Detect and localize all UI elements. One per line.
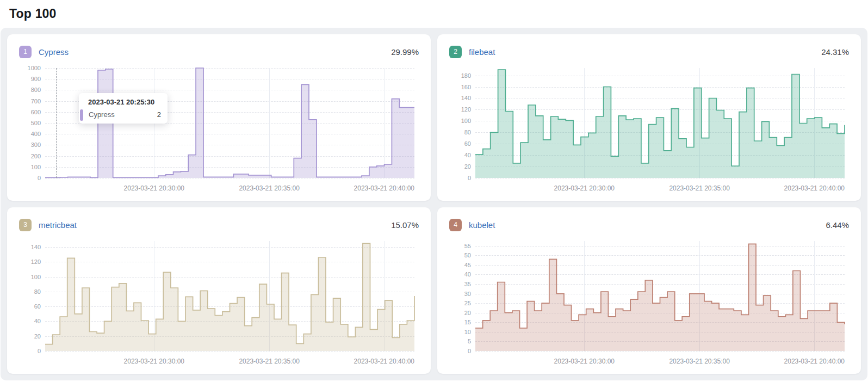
kubelet-chart[interactable]: 05101520253035404550552023-03-21 20:30:0…	[449, 238, 849, 365]
y-tick-label: 0	[449, 348, 471, 354]
gridline-horizontal	[45, 178, 414, 178]
panel-grid: 1 Cypress 29.99% 2023-03-21 20:25:30 Cyp…	[7, 34, 861, 374]
x-tick-label: 2023-03-21 20:40:00	[784, 184, 845, 192]
y-tick-label: 800	[19, 87, 41, 93]
series-link-cypress[interactable]: Cypress	[39, 47, 69, 57]
y-tick-label: 600	[19, 109, 41, 115]
gridline-horizontal	[475, 351, 845, 352]
plot-area	[475, 241, 845, 351]
y-tick-label: 160	[449, 84, 471, 90]
y-tick-label: 0	[449, 175, 471, 181]
y-tick-label: 60	[449, 140, 471, 147]
rank-badge: 1	[19, 46, 32, 58]
y-tick-label: 120	[19, 258, 41, 265]
filebeat-chart[interactable]: 0204060801001201401601802023-03-21 20:30…	[449, 65, 849, 192]
series-area	[45, 243, 414, 351]
y-tick-label: 40	[449, 152, 471, 158]
y-tick-label: 20	[449, 163, 471, 170]
share-percent: 29.99%	[391, 47, 419, 57]
panel-header: 3 metricbeat 15.07%	[19, 218, 419, 232]
panel-cypress: 1 Cypress 29.99% 2023-03-21 20:25:30 Cyp…	[7, 34, 431, 201]
dashboard-content: 1 Cypress 29.99% 2023-03-21 20:25:30 Cyp…	[1, 28, 867, 380]
plot-area	[475, 68, 845, 178]
series-link-filebeat[interactable]: filebeat	[469, 47, 495, 57]
x-tick-label: 2023-03-21 20:30:00	[124, 184, 184, 192]
y-tick-label: 60	[19, 303, 41, 310]
y-tick-label: 80	[19, 288, 41, 295]
x-tick-label: 2023-03-21 20:35:00	[669, 358, 729, 365]
share-percent: 24.31%	[821, 47, 849, 57]
y-tick-label: 55	[449, 243, 471, 249]
series-link-kubelet[interactable]: kubelet	[469, 220, 495, 230]
y-tick-label: 500	[19, 120, 41, 126]
y-tick-label: 300	[19, 141, 41, 148]
y-tick-label: 700	[19, 98, 41, 104]
y-tick-label: 1000	[19, 65, 41, 71]
tooltip-series-value: 2	[157, 110, 161, 119]
gridline-horizontal	[475, 178, 845, 178]
page-title: Top 100	[0, 0, 868, 28]
x-tick-label: 2023-03-21 20:35:00	[239, 184, 299, 192]
y-tick-label: 45	[449, 262, 471, 268]
panel-header: 1 Cypress 29.99%	[19, 45, 419, 59]
series-color-marker	[80, 109, 83, 121]
x-tick-label: 2023-03-21 20:30:00	[124, 358, 184, 365]
plot-area	[45, 241, 414, 351]
y-tick-label: 140	[19, 244, 41, 250]
y-tick-label: 5	[449, 338, 471, 344]
gridline-horizontal	[45, 351, 414, 352]
series-svg	[475, 68, 845, 178]
y-tick-label: 25	[449, 300, 471, 306]
tooltip-row: Cypress 2	[86, 110, 161, 119]
y-tick-label: 100	[19, 164, 41, 170]
y-tick-label: 40	[449, 271, 471, 278]
y-tick-label: 50	[449, 252, 471, 258]
y-tick-label: 35	[449, 281, 471, 287]
series-area	[475, 70, 845, 178]
y-tick-label: 10	[449, 329, 471, 335]
series-link-metricbeat[interactable]: metricbeat	[39, 220, 77, 230]
y-tick-label: 100	[19, 274, 41, 280]
y-tick-label: 30	[449, 291, 471, 297]
y-tick-label: 100	[449, 118, 471, 124]
tooltip-timestamp: 2023-03-21 20:25:30	[86, 98, 161, 106]
panel-header: 4 kubelet 6.44%	[449, 218, 849, 232]
y-tick-label: 20	[449, 310, 471, 316]
tooltip-series-name: Cypress	[86, 110, 115, 119]
panel-header: 2 filebeat 24.31%	[449, 45, 849, 59]
y-tick-label: 400	[19, 131, 41, 137]
series-svg	[45, 241, 414, 351]
y-tick-label: 40	[19, 318, 41, 324]
y-tick-label: 200	[19, 153, 41, 159]
panel-filebeat: 2 filebeat 24.31% 0204060801001201401601…	[437, 34, 861, 201]
share-percent: 6.44%	[826, 220, 849, 230]
chart-tooltip: 2023-03-21 20:25:30 Cypress 2	[79, 93, 168, 124]
panel-kubelet: 4 kubelet 6.44% 051015202530354045505520…	[437, 207, 861, 374]
x-tick-label: 2023-03-21 20:30:00	[554, 358, 615, 365]
y-tick-label: 20	[19, 333, 41, 340]
x-tick-label: 2023-03-21 20:40:00	[784, 358, 845, 365]
panel-metricbeat: 3 metricbeat 15.07% 02040608010012014020…	[7, 207, 431, 374]
y-tick-label: 0	[19, 175, 41, 181]
metricbeat-chart[interactable]: 0204060801001201402023-03-21 20:30:00202…	[19, 238, 419, 365]
cypress-chart[interactable]: 2023-03-21 20:25:30 Cypress 2 0100200300…	[19, 65, 419, 192]
y-tick-label: 80	[449, 129, 471, 136]
series-svg	[475, 241, 845, 351]
rank-badge: 4	[449, 219, 462, 231]
x-tick-label: 2023-03-21 20:35:00	[669, 184, 729, 192]
x-tick-label: 2023-03-21 20:40:00	[354, 358, 414, 365]
y-tick-label: 180	[449, 72, 471, 79]
rank-badge: 3	[19, 219, 32, 231]
rank-badge: 2	[449, 46, 462, 58]
share-percent: 15.07%	[391, 220, 419, 230]
x-tick-label: 2023-03-21 20:35:00	[239, 358, 299, 365]
y-tick-label: 15	[449, 319, 471, 325]
y-tick-label: 0	[19, 348, 41, 354]
x-tick-label: 2023-03-21 20:40:00	[354, 184, 414, 192]
x-tick-label: 2023-03-21 20:30:00	[554, 184, 615, 192]
y-tick-label: 140	[449, 95, 471, 101]
y-tick-label: 120	[449, 106, 471, 113]
y-tick-label: 900	[19, 76, 41, 82]
